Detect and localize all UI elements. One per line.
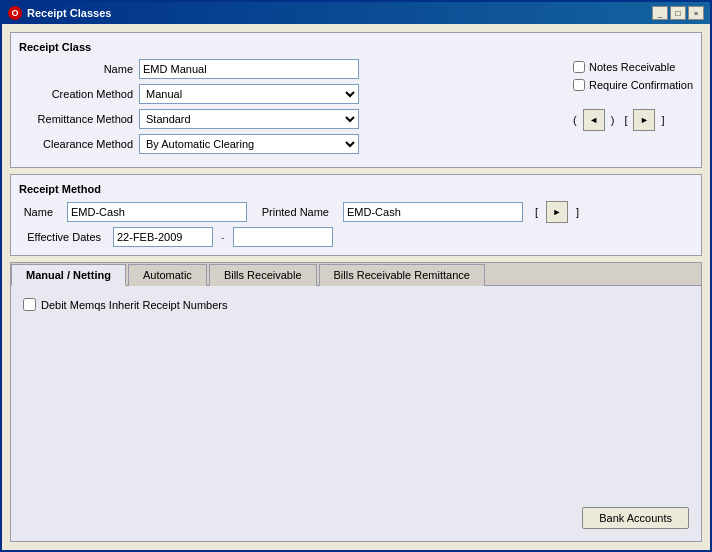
title-bar-left: O Receipt Classes <box>8 6 111 20</box>
creation-method-label: Creation Method <box>19 88 139 100</box>
creation-method-select[interactable]: Manual <box>139 84 359 104</box>
tabs-bar: Manual / Netting Automatic Bills Receiva… <box>11 263 701 286</box>
tab-content-manual-netting: Debit Memqs Inherit Receipt Numbers Bank… <box>11 286 701 541</box>
printed-name-label: Printed Name <box>255 206 335 218</box>
require-confirmation-label: Require Confirmation <box>589 79 693 91</box>
receipt-class-label: Receipt Class <box>19 41 693 53</box>
tab-bills-receivable-remittance[interactable]: Bills Receivable Remittance <box>319 264 485 286</box>
remittance-method-select[interactable]: Standard <box>139 109 359 129</box>
receipt-method-label: Receipt Method <box>19 183 693 195</box>
minimize-button[interactable]: _ <box>652 6 668 20</box>
window-controls: _ □ × <box>652 6 704 20</box>
nav-left-button[interactable]: ◄ <box>583 109 605 131</box>
nav-paren-close: ) <box>611 114 615 126</box>
name-label: Name <box>19 63 139 75</box>
notes-receivable-checkbox[interactable] <box>573 61 585 73</box>
maximize-button[interactable]: □ <box>670 6 686 20</box>
debit-memqs-checkbox[interactable] <box>23 298 36 311</box>
date-to-input[interactable] <box>233 227 333 247</box>
receipt-classes-window: O Receipt Classes _ □ × Receipt Class Na… <box>0 0 712 552</box>
receipt-method-name-input[interactable] <box>67 202 247 222</box>
clearance-method-row: Clearance Method By Automatic Clearing <box>19 134 557 154</box>
tab-bills-receivable[interactable]: Bills Receivable <box>209 264 317 286</box>
clearance-method-select[interactable]: By Automatic Clearing <box>139 134 359 154</box>
name-row: Name <box>19 59 557 79</box>
date-from-input[interactable] <box>113 227 213 247</box>
require-confirmation-checkbox[interactable] <box>573 79 585 91</box>
window-title: Receipt Classes <box>27 7 111 19</box>
effective-dates-label: Effective Dates <box>19 231 107 243</box>
title-bar: O Receipt Classes _ □ × <box>2 2 710 24</box>
remittance-method-label: Remittance Method <box>19 113 139 125</box>
debit-memqs-label: Debit Memqs Inherit Receipt Numbers <box>41 299 227 311</box>
clearance-method-label: Clearance Method <box>19 138 139 150</box>
notes-receivable-label: Notes Receivable <box>589 61 675 73</box>
app-icon: O <box>8 6 22 20</box>
receipt-class-section: Receipt Class Name Creation Method Manua… <box>10 32 702 168</box>
receipt-class-name-input[interactable] <box>139 59 359 79</box>
receipt-method-section: Receipt Method Name Printed Name [ ► ] E… <box>10 174 702 256</box>
creation-method-row: Creation Method Manual <box>19 84 557 104</box>
bank-accounts-button[interactable]: Bank Accounts <box>582 507 689 529</box>
remittance-method-row: Remittance Method Standard <box>19 109 557 129</box>
close-button[interactable]: × <box>688 6 704 20</box>
require-confirmation-checkbox-label[interactable]: Require Confirmation <box>573 79 693 91</box>
printed-name-input[interactable] <box>343 202 523 222</box>
debit-memqs-checkbox-label[interactable]: Debit Memqs Inherit Receipt Numbers <box>23 298 689 311</box>
tab-manual-netting[interactable]: Manual / Netting <box>11 264 126 286</box>
method-nav-button[interactable]: ► <box>546 201 568 223</box>
tabs-container: Manual / Netting Automatic Bills Receiva… <box>10 262 702 542</box>
method-name-label: Name <box>19 206 59 218</box>
tab-automatic[interactable]: Automatic <box>128 264 207 286</box>
nav-paren-open: ( <box>573 114 577 126</box>
date-separator: - <box>221 231 225 243</box>
window-content: Receipt Class Name Creation Method Manua… <box>2 24 710 550</box>
notes-receivable-checkbox-label[interactable]: Notes Receivable <box>573 61 693 73</box>
nav-right-button[interactable]: ► <box>633 109 655 131</box>
